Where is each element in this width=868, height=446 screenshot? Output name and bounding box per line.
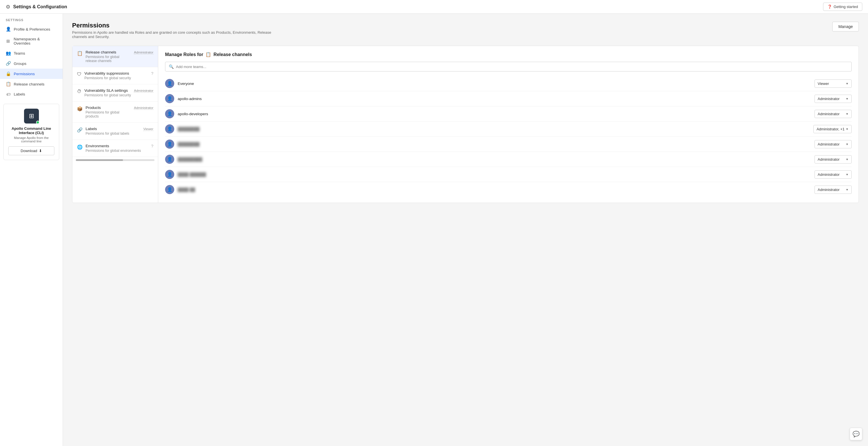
role-name-row5: ████████ [178,142,811,146]
perm-items: 📋 Release channels Permissions for globa… [72,46,158,157]
terminal-icon: ⊞ [29,112,34,120]
role-row-row8: 👤 ████ ██ Administrator ▼ [165,182,852,197]
perm-name-vulnerability-suppressions: Vulnerability suppressions [84,71,148,75]
role-row-row7: 👤 ████ ██████ Administrator ▼ [165,167,852,182]
role-avatar-everyone: 👤 [165,79,174,88]
role-value-row4: Administrator, +1 [816,127,844,131]
chevron-down-icon-row6: ▼ [846,158,848,161]
role-name-apollo-admins: apollo-admins [178,97,811,101]
sidebar-item-profile-preferences[interactable]: 👤 Profile & Preferences [0,24,63,34]
search-teams-input[interactable] [176,65,848,69]
perm-question-vulnerability-suppressions: ? [151,71,153,76]
perm-right-release-channels: Administrator [134,50,153,54]
page-title: Permissions [72,22,272,29]
cli-box: ⊞ Apollo Command Line Interface (CLI) Ma… [3,104,59,160]
role-dropdown-row6[interactable]: Administrator ▼ [814,155,852,164]
perm-info-labels: Labels Permissions for global labels [86,127,141,136]
chevron-down-icon-row5: ▼ [846,143,848,146]
app-title: Settings & Configuration [13,4,67,9]
role-value-row5: Administrator [818,142,840,146]
role-dropdown-apollo-admins[interactable]: Administrator ▼ [814,95,852,103]
avatar-icon-apollo-developers: 👤 [167,111,173,116]
perm-name-labels: Labels [86,127,141,131]
question-icon: ❓ [827,5,832,9]
perm-desc-products: Permissions for global products [86,110,131,118]
perm-question-environments: ? [151,144,153,148]
main-content: Permissions Permissions in Apollo are ha… [63,14,868,446]
perm-name-environments: Environments [86,144,148,148]
perm-info-release-channels: Release channels Permissions for global … [86,50,131,63]
perm-name-products: Products [86,105,131,110]
sidebar-item-release-channels[interactable]: 📋 Release channels [0,79,63,89]
role-dropdown-row4[interactable]: Administrator, +1 ▼ [813,125,852,133]
role-name-apollo-developers: apollo-developers [178,112,811,116]
sidebar-icon-teams: 👥 [6,50,11,56]
scrollbar-thumb [76,159,123,161]
perm-icon-release-channels: 📋 [77,50,83,56]
perm-icon-vulnerability-sla-settings: ⏱ [77,89,82,94]
avatar-icon-row4: 👤 [167,126,173,132]
main-layout: SETTINGS 👤 Profile & Preferences ⊞ Names… [0,14,868,446]
permissions-list: 📋 Release channels Permissions for globa… [72,46,158,203]
role-dropdown-row5[interactable]: Administrator ▼ [814,140,852,148]
avatar-icon-row5: 👤 [167,141,173,147]
perm-badge-vulnerability-sla-settings: Administrator [134,89,153,93]
role-dropdown-row8[interactable]: Administrator ▼ [814,185,852,194]
perm-badge-labels: Viewer [143,127,153,131]
role-value-apollo-admins: Administrator [818,97,840,101]
download-button[interactable]: Download ⬇ [8,146,54,155]
topbar-left: ⚙ Settings & Configuration [6,4,67,10]
role-dropdown-everyone[interactable]: Viewer ▼ [814,79,852,88]
role-value-apollo-developers: Administrator [818,112,840,116]
sidebar-item-groups[interactable]: 🔗 Groups [0,58,63,69]
permissions-layout: 📋 Release channels Permissions for globa… [72,46,859,203]
sidebar-item-teams[interactable]: 👥 Teams [0,48,63,58]
getting-started-button[interactable]: ❓ Getting started [823,3,862,11]
perm-badge-release-channels: Administrator [134,50,153,54]
perm-item-environments[interactable]: 🌐 Environments Permissions for global en… [72,140,158,157]
perm-info-vulnerability-suppressions: Vulnerability suppressions Permissions f… [84,71,148,80]
role-name-row6: █████████ [178,157,811,162]
sidebar-item-permissions[interactable]: 🔒 Permissions [0,69,63,79]
permissions-scrollbar [76,159,154,161]
role-row-row5: 👤 ████████ Administrator ▼ [165,137,852,152]
cli-status-dot [36,121,39,124]
role-value-row7: Administrator [818,172,840,177]
chevron-down-icon-row7: ▼ [846,173,848,176]
cli-subtitle: Manage Apollo from the command line [8,136,54,143]
perm-item-release-channels[interactable]: 📋 Release channels Permissions for globa… [72,46,158,67]
manage-button[interactable]: Manage [832,22,859,31]
chat-fab-button[interactable]: 💬 [850,428,862,440]
sidebar-item-namespaces-overrides[interactable]: ⊞ Namespaces & Overrides [0,34,63,48]
sidebar-label-permissions: Permissions [14,72,35,76]
sidebar-items: 👤 Profile & Preferences ⊞ Namespaces & O… [0,24,63,99]
perm-info-environments: Environments Permissions for global envi… [86,144,148,153]
role-dropdown-row7[interactable]: Administrator ▼ [814,170,852,179]
avatar-icon-row6: 👤 [167,157,173,162]
chevron-down-icon-apollo-developers: ▼ [846,112,848,115]
roles-panel-entity-name: Release channels [213,52,252,57]
sidebar-item-labels[interactable]: 🏷 Labels [0,89,63,99]
perm-item-vulnerability-sla-settings[interactable]: ⏱ Vulnerability SLA settings Permissions… [72,84,158,102]
avatar-icon-row7: 👤 [167,172,173,177]
role-value-row6: Administrator [818,157,840,162]
role-name-row8: ████ ██ [178,187,811,192]
perm-item-products[interactable]: 📦 Products Permissions for global produc… [72,102,158,123]
perm-item-labels[interactable]: 🔗 Labels Permissions for global labels V… [72,123,158,140]
perm-desc-vulnerability-suppressions: Permissions for global security [84,76,148,80]
perm-item-vulnerability-suppressions[interactable]: 🛡 Vulnerability suppressions Permissions… [72,67,158,84]
perm-desc-environments: Permissions for global environments [86,149,148,153]
sidebar-label-namespaces-overrides: Namespaces & Overrides [14,37,57,45]
sidebar-icon-profile-preferences: 👤 [6,27,11,32]
perm-icon-labels: 🔗 [77,127,83,133]
search-icon: 🔍 [169,64,174,69]
search-teams-container: 🔍 [165,62,852,71]
sidebar-icon-labels: 🏷 [6,92,11,97]
sidebar-label-labels: Labels [14,92,25,96]
perm-icon-environments: 🌐 [77,144,83,150]
chevron-down-icon-apollo-admins: ▼ [846,97,848,100]
perm-desc-vulnerability-sla-settings: Permissions for global security [84,93,131,97]
role-dropdown-apollo-developers[interactable]: Administrator ▼ [814,110,852,118]
perm-info-vulnerability-sla-settings: Vulnerability SLA settings Permissions f… [84,88,131,97]
role-avatar-apollo-developers: 👤 [165,109,174,118]
